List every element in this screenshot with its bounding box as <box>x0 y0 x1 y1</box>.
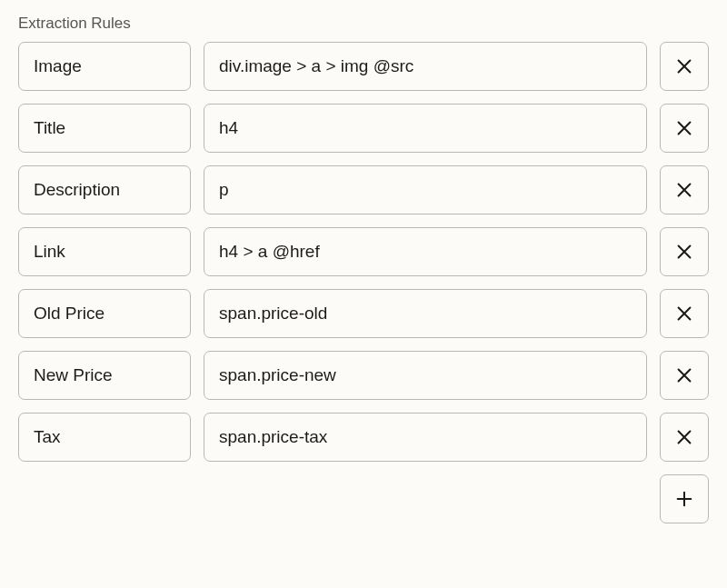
rule-selector-wrap <box>204 42 647 91</box>
rule-name-wrap <box>18 104 191 153</box>
rule-name-input[interactable] <box>18 351 191 400</box>
rule-name-input[interactable] <box>18 104 191 153</box>
rule-name-input[interactable] <box>18 413 191 462</box>
section-label: Extraction Rules <box>18 15 709 33</box>
delete-rule-button[interactable] <box>660 413 709 462</box>
rule-selector-wrap <box>204 289 647 338</box>
rule-selector-input[interactable] <box>204 227 647 276</box>
rule-row <box>18 227 709 276</box>
rule-row <box>18 413 709 462</box>
add-rule-button[interactable] <box>660 474 709 523</box>
add-row-container <box>18 474 709 523</box>
rule-name-wrap <box>18 42 191 91</box>
plus-icon <box>674 489 694 509</box>
close-icon <box>674 242 694 262</box>
rule-selector-wrap <box>204 104 647 153</box>
delete-rule-button[interactable] <box>660 351 709 400</box>
close-icon <box>674 304 694 324</box>
rule-selector-input[interactable] <box>204 413 647 462</box>
rule-name-input[interactable] <box>18 227 191 276</box>
rule-name-input[interactable] <box>18 42 191 91</box>
rule-selector-input[interactable] <box>204 165 647 214</box>
rule-name-wrap <box>18 165 191 214</box>
rule-row <box>18 351 709 400</box>
rule-name-wrap <box>18 413 191 462</box>
rule-selector-input[interactable] <box>204 104 647 153</box>
delete-rule-button[interactable] <box>660 289 709 338</box>
rule-row <box>18 42 709 91</box>
rule-selector-input[interactable] <box>204 351 647 400</box>
rule-name-input[interactable] <box>18 289 191 338</box>
delete-rule-button[interactable] <box>660 42 709 91</box>
delete-rule-button[interactable] <box>660 165 709 214</box>
rule-selector-wrap <box>204 413 647 462</box>
delete-rule-button[interactable] <box>660 227 709 276</box>
rule-row <box>18 289 709 338</box>
rule-selector-input[interactable] <box>204 42 647 91</box>
delete-rule-button[interactable] <box>660 104 709 153</box>
rule-selector-wrap <box>204 165 647 214</box>
rule-row <box>18 104 709 153</box>
rule-name-wrap <box>18 227 191 276</box>
rules-list <box>18 42 709 462</box>
rule-selector-wrap <box>204 351 647 400</box>
rule-selector-wrap <box>204 227 647 276</box>
close-icon <box>674 56 694 76</box>
rule-name-wrap <box>18 351 191 400</box>
rule-row <box>18 165 709 214</box>
rule-name-input[interactable] <box>18 165 191 214</box>
rule-name-wrap <box>18 289 191 338</box>
close-icon <box>674 365 694 385</box>
close-icon <box>674 180 694 200</box>
rule-selector-input[interactable] <box>204 289 647 338</box>
close-icon <box>674 118 694 138</box>
close-icon <box>674 427 694 447</box>
